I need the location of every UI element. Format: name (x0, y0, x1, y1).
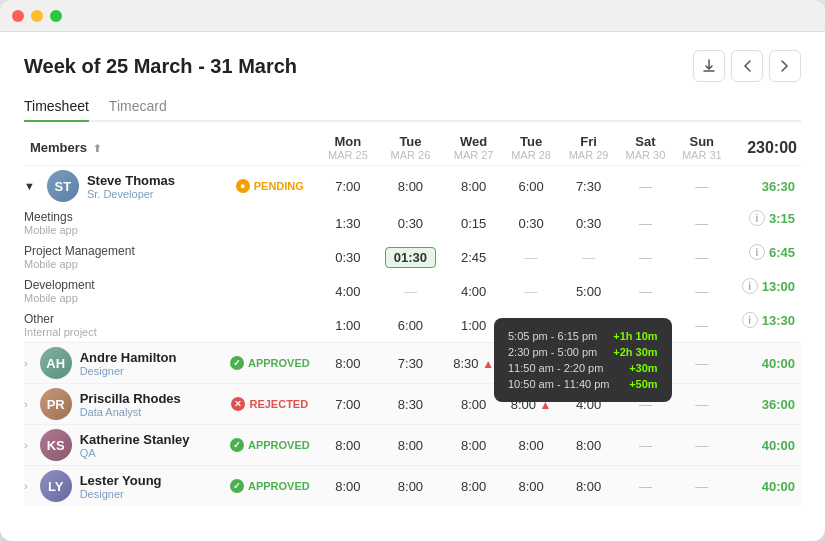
status-cell-katherine: ✓ APPROVED (220, 425, 320, 466)
avatar-lester: LY (40, 470, 72, 502)
meetings-tue28: 0:30 (502, 206, 559, 240)
pm-fri: — (560, 240, 617, 274)
chevron-left-icon (743, 60, 751, 72)
katherine-tue28: 8:00 (502, 425, 559, 466)
tue26-header: TueMAR 26 (376, 130, 445, 166)
member-row: › AH Andre Hamilton Designer ✓ (24, 343, 801, 384)
member-cell-steve: ▼ ST Steve Thomas Sr. Developer (24, 166, 220, 207)
other-tue: 6:00 (376, 308, 445, 343)
meetings-fri: 0:30 (560, 206, 617, 240)
member-name-lester: Lester Young (80, 473, 162, 488)
other-sun: — (674, 308, 730, 343)
task-sub-meetings: Mobile app (24, 224, 214, 236)
dev-mon: 4:00 (320, 274, 376, 308)
tooltip-time-1: 5:05 pm - 6:15 pm (508, 330, 597, 342)
steve-sat: — (617, 166, 673, 207)
andre-mon: 8:00 (320, 343, 376, 384)
info-icon-other[interactable]: i (742, 312, 758, 328)
lester-fri: 8:00 (560, 466, 617, 507)
flag-red-andre: ▲ (482, 357, 494, 371)
tooltip-delta-4: +50m (629, 378, 657, 390)
dev-tue28: — (502, 274, 559, 308)
maximize-button[interactable] (50, 10, 62, 22)
member-row: › PR Priscilla Rhodes Data Analyst ✕ (24, 384, 801, 425)
tab-bar: Timesheet Timecard (24, 92, 801, 122)
task-name-other: Other (24, 312, 214, 326)
steve-tue28: 6:00 (502, 166, 559, 207)
tab-timecard[interactable]: Timecard (109, 92, 167, 122)
expand-button-priscilla[interactable]: › (24, 398, 28, 410)
expand-button-andre[interactable]: › (24, 357, 28, 369)
member-name-priscilla: Priscilla Rhodes (80, 391, 181, 406)
time-tooltip: 5:05 pm - 6:15 pm +1h 10m 2:30 pm - 5:00… (494, 318, 672, 402)
task-meetings-cell: Meetings Mobile app (24, 206, 220, 240)
tooltip-row-3: 11:50 am - 2:20 pm +30m (508, 360, 658, 376)
pm-wed: 2:45 (445, 240, 502, 274)
week-title: Week of 25 March - 31 March (24, 55, 297, 78)
steve-total: 36:30 (730, 166, 801, 207)
member-cell-andre: › AH Andre Hamilton Designer (24, 343, 220, 384)
task-row: Other Internal project 1:00 6:00 1:00 5:… (24, 308, 801, 343)
download-button[interactable] (693, 50, 725, 82)
avatar-katherine: KS (40, 429, 72, 461)
mon-header: MonMAR 25 (320, 130, 376, 166)
avatar-priscilla: PR (40, 388, 72, 420)
main-content: Week of 25 March - 31 March (0, 32, 825, 541)
katherine-mon: 8:00 (320, 425, 376, 466)
next-button[interactable] (769, 50, 801, 82)
task-name-meetings: Meetings (24, 210, 214, 224)
task-other-cell: Other Internal project (24, 308, 220, 343)
member-row: ▼ ST Steve Thomas Sr. Developer ● (24, 166, 801, 207)
lester-sun: — (674, 466, 730, 507)
steve-sun: — (674, 166, 730, 207)
task-row: Meetings Mobile app 1:30 0:30 0:15 0:30 … (24, 206, 801, 240)
titlebar (0, 0, 825, 32)
total-header: 230:00 (730, 130, 801, 166)
prev-button[interactable] (731, 50, 763, 82)
minimize-button[interactable] (31, 10, 43, 22)
steve-wed: 8:00 (445, 166, 502, 207)
task-sub-dev: Mobile app (24, 292, 214, 304)
expand-button-katherine[interactable]: › (24, 439, 28, 451)
lester-mon: 8:00 (320, 466, 376, 507)
table-container: Members ⬆ MonMAR 25 TueMAR 26 WedMAR 27 … (24, 130, 801, 529)
pm-tue: 01:30 (376, 240, 445, 274)
expand-button-lester[interactable]: › (24, 480, 28, 492)
lester-tue: 8:00 (376, 466, 445, 507)
info-icon-meetings[interactable]: i (749, 210, 765, 226)
meetings-sun: — (674, 206, 730, 240)
dev-sat: — (617, 274, 673, 308)
info-icon-pm[interactable]: i (749, 244, 765, 260)
tooltip-row-1: 5:05 pm - 6:15 pm +1h 10m (508, 328, 658, 344)
katherine-wed: 8:00 (445, 425, 502, 466)
close-button[interactable] (12, 10, 24, 22)
dev-wed: 4:00 (445, 274, 502, 308)
approved-dot-andre: ✓ (230, 356, 244, 370)
expand-button-steve[interactable]: ▼ (24, 180, 35, 192)
andre-sun: — (674, 343, 730, 384)
status-cell-andre: ✓ APPROVED (220, 343, 320, 384)
pm-total: i 6:45 (730, 240, 801, 264)
dev-fri: 5:00 (560, 274, 617, 308)
andre-total: 40:00 (730, 343, 801, 384)
pending-dot: ● (236, 179, 250, 193)
highlighted-cell-pm: 01:30 (385, 247, 436, 268)
status-badge-andre: ✓ APPROVED (230, 354, 310, 372)
members-col-header: Members ⬆ (24, 130, 220, 166)
pm-sun: — (674, 240, 730, 274)
fri-header: FriMAR 29 (560, 130, 617, 166)
pm-sat: — (617, 240, 673, 274)
meetings-mon: 1:30 (320, 206, 376, 240)
info-icon-dev[interactable]: i (742, 278, 758, 294)
katherine-total: 40:00 (730, 425, 801, 466)
member-row: › KS Katherine Stanley QA ✓ (24, 425, 801, 466)
status-badge-priscilla: ✕ REJECTED (231, 395, 308, 413)
dev-total: i 13:00 (730, 274, 801, 298)
meetings-wed: 0:15 (445, 206, 502, 240)
tooltip-row-4: 10:50 am - 11:40 pm +50m (508, 376, 658, 392)
tab-timesheet[interactable]: Timesheet (24, 92, 89, 122)
timesheet-table: Members ⬆ MonMAR 25 TueMAR 26 WedMAR 27 … (24, 130, 801, 506)
dev-sun: — (674, 274, 730, 308)
katherine-sun: — (674, 425, 730, 466)
sort-icon[interactable]: ⬆ (93, 143, 101, 154)
